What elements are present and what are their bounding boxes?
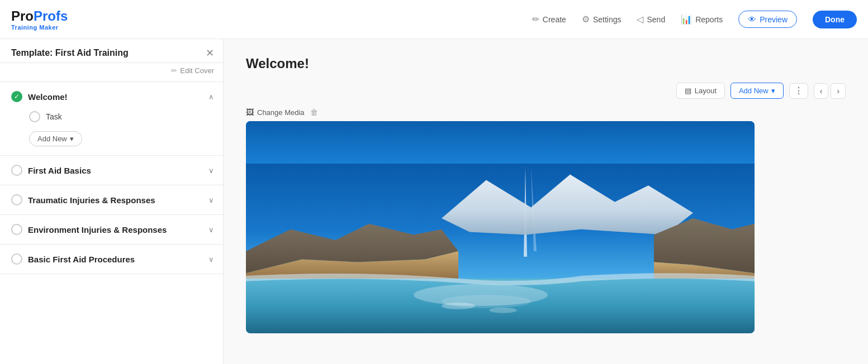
logo-pro-text: Pro xyxy=(11,8,34,23)
add-new-button[interactable]: Add New ▾ xyxy=(29,131,82,146)
sidebar-header: Template: First Aid Training ✕ xyxy=(0,39,223,63)
cover-image xyxy=(246,121,755,333)
dropdown-arrow-icon: ▾ xyxy=(70,135,74,143)
environment-injuries-chevron-icon: ∨ xyxy=(208,226,214,234)
main-layout: Template: First Aid Training ✕ ✏ Edit Co… xyxy=(0,39,868,364)
content-add-new-arrow-icon: ▾ xyxy=(771,87,775,95)
nav-reports[interactable]: 📊 Reports xyxy=(681,14,723,25)
eye-icon: 👁 xyxy=(748,15,756,24)
task-circle-icon xyxy=(29,111,40,122)
next-arrow-icon: › xyxy=(837,87,839,95)
traumatic-injuries-circle-icon xyxy=(11,194,22,205)
section-traumatic-injuries-label: Traumatic Injuries & Responses xyxy=(28,195,155,205)
section-environment-injuries-left: Environment Injuries & Responses xyxy=(11,224,167,235)
sidebar-title: Template: First Aid Training xyxy=(11,48,129,58)
preview-label: Preview xyxy=(760,15,788,24)
send-icon: ◁ xyxy=(637,14,643,25)
preview-button[interactable]: 👁 Preview xyxy=(738,11,797,28)
done-label: Done xyxy=(825,15,845,24)
content-toolbar: ▤ Layout Add New ▾ ⋮ ‹ › xyxy=(246,83,846,99)
section-environment-injuries-label: Environment Injuries & Responses xyxy=(28,225,167,234)
section-welcome-header[interactable]: ✓ Welcome! ∧ xyxy=(0,82,223,111)
layout-icon: ▤ xyxy=(685,87,691,95)
nav-create[interactable]: ✏ Create xyxy=(532,14,566,25)
close-sidebar-button[interactable]: ✕ xyxy=(206,48,214,58)
create-icon: ✏ xyxy=(532,14,539,25)
svg-point-12 xyxy=(442,303,475,309)
svg-point-13 xyxy=(489,308,517,313)
next-slide-button[interactable]: › xyxy=(831,83,846,99)
basic-first-aid-circle-icon xyxy=(11,253,22,265)
logo-profs-text: Profs xyxy=(34,8,68,23)
traumatic-injuries-chevron-icon: ∨ xyxy=(208,196,214,204)
delete-media-button[interactable]: 🗑 xyxy=(310,108,318,117)
section-welcome-left: ✓ Welcome! xyxy=(11,91,68,102)
task-item: Task xyxy=(29,111,214,122)
layout-button[interactable]: ▤ Layout xyxy=(676,83,725,99)
first-aid-basics-circle-icon xyxy=(11,165,22,176)
media-bar: 🖼 Change Media 🗑 xyxy=(246,108,846,117)
edit-cover-label: Edit Cover xyxy=(180,66,214,75)
logo-subtitle: Training Maker xyxy=(11,24,68,31)
section-basic-first-aid: Basic First Aid Procedures ∨ xyxy=(0,245,223,274)
section-traumatic-injuries: Traumatic Injuries & Responses ∨ xyxy=(0,185,223,215)
section-traumatic-injuries-left: Traumatic Injuries & Responses xyxy=(11,194,155,205)
content-add-new-label: Add New xyxy=(739,87,769,95)
section-traumatic-injuries-header[interactable]: Traumatic Injuries & Responses ∨ xyxy=(0,185,223,214)
done-button[interactable]: Done xyxy=(813,11,857,28)
change-media-label: Change Media xyxy=(257,108,305,117)
header-nav: ✏ Create ⚙ Settings ◁ Send 📊 Reports 👁 P… xyxy=(532,11,857,28)
pencil-icon: ✏ xyxy=(171,66,177,75)
prev-arrow-icon: ‹ xyxy=(820,87,823,95)
settings-icon: ⚙ xyxy=(582,14,590,25)
first-aid-basics-chevron-icon: ∨ xyxy=(208,166,214,175)
mountain-svg xyxy=(246,164,755,333)
app-header: ProProfs Training Maker ✏ Create ⚙ Setti… xyxy=(0,0,868,39)
task-label: Task xyxy=(46,112,62,121)
nav-settings-label: Settings xyxy=(593,15,622,24)
section-basic-first-aid-label: Basic First Aid Procedures xyxy=(28,255,135,264)
slide-nav-arrows: ‹ › xyxy=(814,83,846,99)
section-welcome: ✓ Welcome! ∧ Task Add New ▾ xyxy=(0,82,223,156)
prev-slide-button[interactable]: ‹ xyxy=(814,83,829,99)
content-area: Welcome! ▤ Layout Add New ▾ ⋮ ‹ › xyxy=(224,39,868,364)
section-first-aid-basics: First Aid Basics ∨ xyxy=(0,156,223,185)
section-environment-injuries: Environment Injuries & Responses ∨ xyxy=(0,215,223,245)
layout-label: Layout xyxy=(695,87,717,95)
logo: ProProfs xyxy=(11,8,68,24)
section-first-aid-basics-label: First Aid Basics xyxy=(28,166,91,175)
change-media-button[interactable]: 🖼 Change Media xyxy=(246,108,305,117)
nav-reports-label: Reports xyxy=(695,15,723,24)
welcome-children: Task Add New ▾ xyxy=(0,111,223,155)
image-icon: 🖼 xyxy=(246,108,254,117)
section-basic-first-aid-left: Basic First Aid Procedures xyxy=(11,253,135,265)
content-add-new-button[interactable]: Add New ▾ xyxy=(731,83,784,99)
more-options-icon: ⋮ xyxy=(794,86,803,95)
edit-cover-row: ✏ Edit Cover xyxy=(0,63,223,82)
section-basic-first-aid-header[interactable]: Basic First Aid Procedures ∨ xyxy=(0,245,223,274)
section-first-aid-basics-left: First Aid Basics xyxy=(11,165,91,176)
more-options-button[interactable]: ⋮ xyxy=(789,83,808,99)
page-title: Welcome! xyxy=(246,56,846,71)
section-environment-injuries-header[interactable]: Environment Injuries & Responses ∨ xyxy=(0,215,223,244)
environment-injuries-circle-icon xyxy=(11,224,22,235)
reports-icon: 📊 xyxy=(681,14,692,25)
logo-area: ProProfs Training Maker xyxy=(11,8,68,31)
nav-create-label: Create xyxy=(543,15,566,24)
nav-send-label: Send xyxy=(647,15,665,24)
nav-send[interactable]: ◁ Send xyxy=(637,14,665,25)
section-first-aid-basics-header[interactable]: First Aid Basics ∨ xyxy=(0,156,223,185)
section-welcome-label: Welcome! xyxy=(28,92,68,102)
sidebar: Template: First Aid Training ✕ ✏ Edit Co… xyxy=(0,39,224,364)
edit-cover-link[interactable]: ✏ Edit Cover xyxy=(171,66,214,75)
welcome-check-icon: ✓ xyxy=(11,91,22,102)
basic-first-aid-chevron-icon: ∨ xyxy=(208,255,214,264)
welcome-chevron-up-icon: ∧ xyxy=(208,93,214,101)
nav-settings[interactable]: ⚙ Settings xyxy=(582,14,622,25)
add-new-label: Add New xyxy=(37,135,67,143)
